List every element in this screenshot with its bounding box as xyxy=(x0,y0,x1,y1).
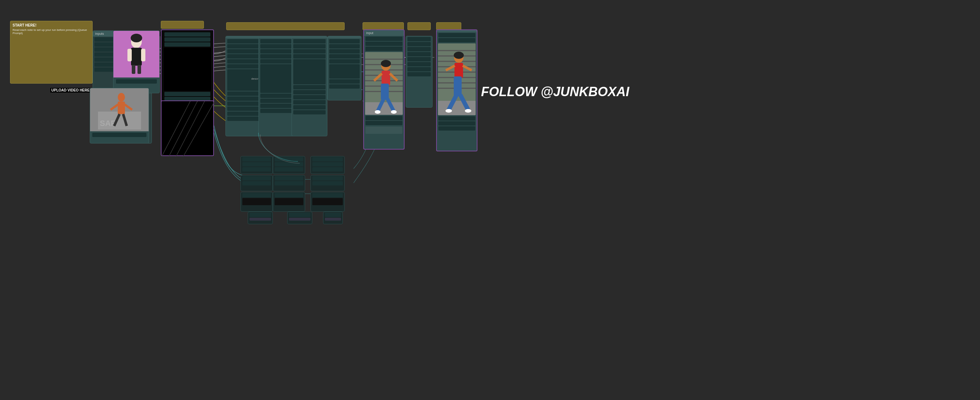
out-left-f5[interactable] xyxy=(366,121,402,125)
bn3-f3[interactable] xyxy=(312,167,343,171)
mid-3-field-9[interactable] xyxy=(293,105,326,110)
face-node-field[interactable] xyxy=(116,79,157,84)
face-image-node[interactable] xyxy=(113,30,160,93)
mid-3-field-6[interactable] xyxy=(293,90,326,94)
sm1-f1[interactable] xyxy=(407,37,431,41)
svg-point-36 xyxy=(391,110,397,114)
sm1-f4[interactable] xyxy=(407,52,431,56)
scene-field-1[interactable] xyxy=(164,32,210,37)
svg-point-55 xyxy=(445,109,452,113)
video-preview[interactable]: SAF xyxy=(90,88,149,131)
out-right-f5[interactable] xyxy=(438,126,475,130)
small-mid-1 xyxy=(406,36,433,108)
bottom-node-12 xyxy=(323,212,343,224)
rn1-lg-field[interactable] xyxy=(329,64,360,79)
start-note-body: Read each note to set up your run before… xyxy=(13,29,90,35)
mid-3-field-4[interactable] xyxy=(293,54,326,59)
video-field[interactable] xyxy=(92,133,146,137)
bn5-f2[interactable] xyxy=(275,181,303,186)
bn12-f1[interactable] xyxy=(325,213,341,217)
svg-rect-3 xyxy=(127,49,132,61)
svg-point-10 xyxy=(118,93,125,102)
svg-rect-11 xyxy=(118,102,125,114)
output-panel-right xyxy=(436,29,477,151)
banner-node-2 xyxy=(226,22,345,30)
rn1-field-3[interactable] xyxy=(329,49,360,54)
bn9-f1[interactable] xyxy=(312,193,343,197)
bn10-btn[interactable] xyxy=(250,218,271,221)
bn8-f1[interactable] xyxy=(275,193,303,197)
banner-node-5 xyxy=(436,22,461,30)
scene-field-2[interactable] xyxy=(164,37,210,41)
svg-point-1 xyxy=(130,34,142,42)
rn1-field-4[interactable] xyxy=(329,54,360,59)
bn7-f1[interactable] xyxy=(242,193,271,197)
bn8-big[interactable] xyxy=(275,198,303,205)
bottom-node-5 xyxy=(273,175,305,191)
right-node-1-header xyxy=(328,36,361,38)
rn1-field-7[interactable] xyxy=(329,84,360,89)
mid-3-field-3[interactable] xyxy=(293,49,326,54)
bottom-node-7 xyxy=(240,192,273,212)
scene-field-3[interactable] xyxy=(164,42,210,47)
scene-field-4[interactable] xyxy=(164,92,210,96)
bn11-f1[interactable] xyxy=(289,213,310,217)
mid-3-large-field[interactable] xyxy=(293,59,326,84)
svg-point-50 xyxy=(454,52,464,59)
svg-rect-32 xyxy=(381,84,389,100)
bn4-f2[interactable] xyxy=(242,181,271,186)
bn12-btn[interactable] xyxy=(325,218,341,221)
out-left-f2[interactable] xyxy=(366,41,402,46)
out-right-f1[interactable] xyxy=(438,33,475,37)
out-left-f1[interactable] xyxy=(366,37,402,41)
bn11-btn[interactable] xyxy=(289,218,310,221)
svg-rect-5 xyxy=(132,65,135,74)
bottom-node-6 xyxy=(310,175,345,191)
mid-3-field-8[interactable] xyxy=(293,100,326,105)
out-right-f2[interactable] xyxy=(438,38,475,42)
out-right-f3[interactable] xyxy=(438,116,475,121)
out-left-button[interactable] xyxy=(366,127,402,134)
bn6-f1[interactable] xyxy=(312,176,343,181)
mid-3-field-1[interactable] xyxy=(293,39,326,43)
mid-3-field-7[interactable] xyxy=(293,95,326,99)
mid-3-field-2[interactable] xyxy=(293,44,326,48)
sm1-f5[interactable] xyxy=(407,57,431,61)
sm1-f6[interactable] xyxy=(407,62,431,67)
bn4-f1[interactable] xyxy=(242,176,271,181)
mid-3-field-10[interactable] xyxy=(293,110,326,114)
svg-line-17 xyxy=(169,101,197,157)
svg-rect-6 xyxy=(137,65,141,74)
banner-node-1 xyxy=(161,21,204,29)
out-left-f4[interactable] xyxy=(366,116,402,120)
sm1-f3[interactable] xyxy=(407,47,431,51)
out-right-f4[interactable] xyxy=(438,121,475,125)
bn10-f1[interactable] xyxy=(250,213,271,217)
rn1-field-2[interactable] xyxy=(329,44,360,48)
rn1-field-5[interactable] xyxy=(329,59,360,63)
bn9-big[interactable] xyxy=(312,198,343,205)
bn1-f3[interactable] xyxy=(242,167,271,171)
output-left-header: Input xyxy=(364,30,404,36)
sm1-f2[interactable] xyxy=(407,42,431,46)
rn1-field-6[interactable] xyxy=(329,79,360,84)
rn1-field-1[interactable] xyxy=(329,39,360,43)
bn5-f1[interactable] xyxy=(275,176,303,181)
mid-3-field-5[interactable] xyxy=(293,85,326,89)
face-image-preview[interactable] xyxy=(113,31,159,78)
out-left-f3[interactable] xyxy=(366,47,402,51)
bn6-f2[interactable] xyxy=(312,181,343,186)
output-right-header xyxy=(437,30,477,32)
sm1-f8[interactable] xyxy=(407,72,431,76)
svg-point-30 xyxy=(381,60,391,67)
bn2-f3[interactable] xyxy=(275,167,303,171)
right-node-1 xyxy=(328,36,361,100)
sm1-f7[interactable] xyxy=(407,67,431,71)
bn7-big[interactable] xyxy=(242,198,271,205)
follow-label: FOLLOW @JUNKBOXAI xyxy=(481,84,629,99)
output-panel-left: Input xyxy=(363,29,404,149)
bottom-node-9 xyxy=(310,192,345,212)
svg-line-16 xyxy=(162,101,190,157)
video-node[interactable]: SAF xyxy=(90,88,149,143)
bottom-node-11 xyxy=(287,212,312,224)
